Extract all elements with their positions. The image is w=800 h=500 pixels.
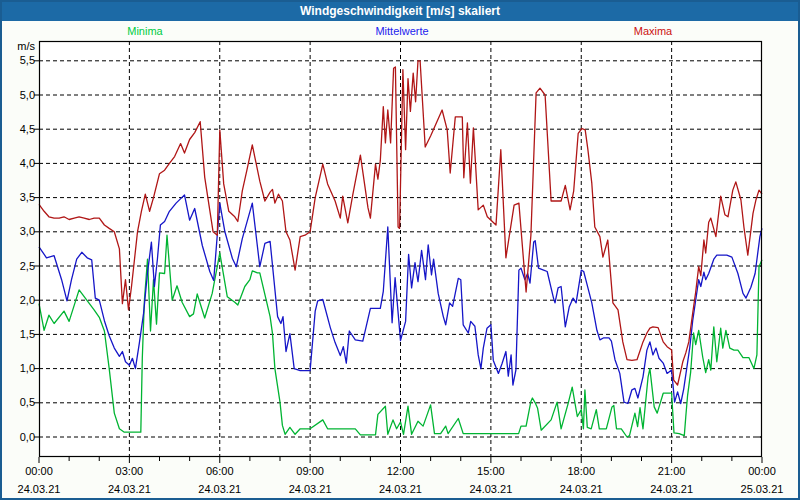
- x-tick-time: 00:00: [730, 465, 794, 478]
- y-tick-label: 2,0: [2, 294, 35, 307]
- x-tick-time: 00:00: [7, 465, 71, 478]
- plot-area: [39, 41, 762, 457]
- x-tick-date: 24.03.21: [459, 483, 523, 496]
- x-tick-date: 24.03.21: [278, 483, 342, 496]
- x-tick-time: 06:00: [188, 465, 252, 478]
- legend-minima-label: Minima: [103, 25, 187, 39]
- x-tick-time: 18:00: [549, 465, 613, 478]
- x-tick-date: 24.03.21: [369, 483, 433, 496]
- chart-window: Windgeschwindigkeit [m/s] skaliert Minim…: [0, 0, 800, 500]
- y-tick-label: 1,0: [2, 362, 35, 375]
- y-tick-label: 3,5: [2, 191, 35, 204]
- y-tick-label: 3,0: [2, 225, 35, 238]
- y-tick-label: 0,0: [2, 431, 35, 444]
- x-tick-date: 24.03.21: [97, 483, 161, 496]
- x-tick-date: 24.03.21: [549, 483, 613, 496]
- y-axis-unit-label: m/s: [2, 40, 35, 52]
- y-tick-label: 0,5: [2, 396, 35, 409]
- x-tick-time: 03:00: [97, 465, 161, 478]
- y-tick-label: 4,5: [2, 123, 35, 136]
- y-tick-label: 2,5: [2, 260, 35, 273]
- x-tick-date: 24.03.21: [640, 483, 704, 496]
- legend-maxima-label: Maxima: [611, 25, 695, 39]
- x-tick-date: 25.03.21: [730, 483, 794, 496]
- chart-title: Windgeschwindigkeit [m/s] skaliert: [300, 4, 500, 18]
- y-tick-label: 5,5: [2, 54, 35, 67]
- x-tick-date: 24.03.21: [188, 483, 252, 496]
- y-tick-label: 5,0: [2, 89, 35, 102]
- x-tick-time: 15:00: [459, 465, 523, 478]
- x-tick-time: 09:00: [278, 465, 342, 478]
- y-tick-label: 1,5: [2, 328, 35, 341]
- chart-svg: [39, 41, 762, 457]
- x-tick-time: 12:00: [369, 465, 433, 478]
- title-bar: Windgeschwindigkeit [m/s] skaliert: [2, 2, 798, 21]
- y-tick-label: 4,0: [2, 157, 35, 170]
- legend-mittelwerte-label: Mittelwerte: [350, 25, 454, 39]
- x-tick-time: 21:00: [640, 465, 704, 478]
- x-tick-date: 24.03.21: [7, 483, 71, 496]
